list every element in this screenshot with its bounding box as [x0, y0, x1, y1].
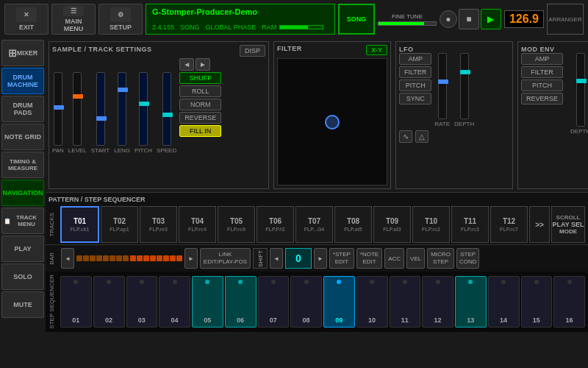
top-bar: ✕ EXIT ☰ MAIN MENU ⚙ SETUP G-Stomper-Pro…	[0, 0, 588, 38]
track-menu-button[interactable]: 📋 TRACK MENU	[1, 208, 44, 234]
step-pad-11[interactable]: 11	[390, 276, 421, 328]
arrow-left-button[interactable]: ◄	[179, 58, 194, 71]
note-grid-button[interactable]: NOTE GRID	[1, 124, 44, 150]
lfo-filter-button[interactable]: FILTER	[399, 66, 431, 78]
track-t06[interactable]: T06 FLP.F#2	[257, 206, 294, 243]
fill-in-button[interactable]: FILL IN	[179, 125, 221, 137]
top-section: SAMPLE / TRACK SETTINGS DISP PAN	[46, 38, 588, 193]
track-t01[interactable]: T01 FLP.ck1	[60, 206, 99, 243]
sliders-row: PAN LEVEL START	[52, 58, 176, 154]
step-pad-14[interactable]: 14	[488, 276, 520, 328]
ram-progress	[279, 25, 323, 29]
arrow-right-button[interactable]: ►	[196, 58, 210, 71]
song-display: G-Stomper-Producer-Demo 2.4.155 SONG GLO…	[146, 4, 335, 35]
track-t12[interactable]: T12 FLP.rc7	[490, 206, 528, 243]
solo-button[interactable]: SOLO	[1, 263, 44, 290]
step-pad-10[interactable]: 10	[356, 276, 388, 328]
fine-tune-bar	[378, 21, 437, 26]
mod-reverse-button[interactable]: REVERSE	[521, 93, 563, 105]
norm-button[interactable]: NORM	[179, 99, 221, 110]
lfo-pitch-button[interactable]: PITCH	[399, 79, 431, 91]
lfo-amp-button[interactable]: AMP	[399, 53, 431, 65]
bar-next-button[interactable]: ►	[184, 248, 198, 269]
step-prev-button[interactable]: ◄	[270, 248, 283, 269]
step-pad-06[interactable]: 06	[225, 276, 257, 328]
pan-slider: PAN	[52, 72, 64, 154]
step-pad-02[interactable]: 02	[93, 276, 125, 328]
bpm-display[interactable]: 126.9	[504, 10, 544, 28]
song-title: G-Stomper-Producer-Demo	[152, 7, 329, 16]
wave-selector: ∿ △	[399, 130, 509, 143]
mixer-button[interactable]: ⊞ MIXER	[1, 40, 44, 66]
drum-machine-button[interactable]: DRUM MACHINE	[1, 68, 44, 94]
drum-pads-button[interactable]: DRUM PADS	[1, 96, 44, 122]
track-t05[interactable]: T05 FLP.rc9	[218, 206, 255, 243]
acc-button[interactable]: ACC	[384, 248, 404, 269]
play-button[interactable]: ▶	[481, 9, 501, 29]
play-sel-label: PLAY SEL	[552, 221, 584, 228]
step-controls: BAR ◄ ► LINKEDIT/PLAY-POS SHIFT ◄ 0 ►	[46, 245, 588, 272]
roll-button[interactable]: ROLL	[179, 85, 221, 97]
main-menu-button[interactable]: ☰ MAIN MENU	[51, 4, 96, 35]
step-pad-16[interactable]: 16	[553, 276, 585, 328]
shift-button[interactable]: SHIFT	[253, 248, 268, 269]
lfo-section: LFO AMP FILTER PITCH SYNC RATE	[395, 41, 513, 189]
link-edit-button[interactable]: LINKEDIT/PLAY-POS	[200, 248, 251, 269]
step-next-button[interactable]: ►	[314, 248, 327, 269]
stop-button[interactable]: ■	[459, 9, 479, 29]
mod-pitch-button[interactable]: PITCH	[521, 79, 563, 91]
mod-filter-button[interactable]: FILTER	[521, 66, 563, 78]
step-pads: STEP SEQUENCER 01 02 03 04 05 06 0	[46, 272, 588, 332]
song-button[interactable]: SONG	[338, 4, 375, 35]
step-pad-04[interactable]: 04	[159, 276, 190, 328]
vel-button[interactable]: VEL	[406, 248, 425, 269]
lfo-sync-button[interactable]: SYNC	[399, 93, 431, 105]
track-t08[interactable]: T08 FLP.at5	[334, 206, 372, 243]
filter-dot	[325, 115, 340, 130]
micro-step-button[interactable]: MICROSTEP	[427, 248, 454, 269]
exit-icon: ✕	[16, 7, 37, 22]
arranger-button[interactable]: ARRANGER	[547, 4, 584, 35]
step-pad-12[interactable]: 12	[422, 276, 453, 328]
play-sidebar-button[interactable]: PLAY	[1, 236, 44, 262]
reverse-button[interactable]: REVERSE	[179, 112, 221, 124]
wave-sine-button[interactable]: ∿	[399, 130, 412, 143]
bar-prev-button[interactable]: ◄	[61, 248, 74, 269]
step-cond-button[interactable]: STEPCOND	[456, 248, 480, 269]
exit-button[interactable]: ✕ EXIT	[4, 4, 49, 35]
xy-button[interactable]: X-Y	[366, 45, 387, 55]
step-pad-05[interactable]: 05	[192, 276, 223, 328]
mute-button[interactable]: MUTE	[1, 291, 44, 318]
record-button[interactable]: ●	[440, 10, 457, 28]
step-pad-15[interactable]: 15	[521, 276, 553, 328]
step-pad-09[interactable]: 09	[323, 276, 355, 328]
step-pad-label: STEP SEQUENCER	[49, 275, 59, 329]
track-t04[interactable]: T04 FLP.rc4	[179, 206, 216, 243]
step-pad-07[interactable]: 07	[258, 276, 290, 328]
filter-pad[interactable]	[277, 58, 387, 185]
step-pad-13[interactable]: 13	[455, 276, 487, 328]
track-t07[interactable]: T07 FLP...G4	[295, 206, 333, 243]
note-edit-button[interactable]: *NOTEEDIT	[356, 248, 382, 269]
disp-button[interactable]: DISP	[240, 45, 265, 57]
step-pad-03[interactable]: 03	[126, 276, 158, 328]
shuff-button[interactable]: SHUFF	[179, 72, 221, 84]
step-edit-button[interactable]: *STEPEDIT	[329, 248, 354, 269]
mod-amp-button[interactable]: AMP	[521, 53, 563, 65]
timing-button[interactable]: TIMING & MEASURE	[1, 152, 44, 178]
track-t02[interactable]: T02 FLP.ap1	[101, 206, 138, 243]
step-pad-08[interactable]: 08	[290, 276, 322, 328]
wave-triangle-button[interactable]: △	[415, 130, 429, 143]
track-t11[interactable]: T11 FLP.rc3	[451, 206, 489, 243]
bar-indicators	[76, 251, 182, 266]
navigation-button[interactable]: NAVIGATION	[1, 180, 44, 206]
tracks-label: TRACKS	[49, 213, 59, 236]
track-t03[interactable]: T03 FLP.re3	[140, 206, 177, 243]
track-t10[interactable]: T10 FLP.rc2	[412, 206, 450, 243]
track-next[interactable]: >>	[529, 206, 550, 243]
start-slider: START	[91, 72, 110, 154]
track-t09[interactable]: T09 FLP.at3	[373, 206, 411, 243]
step-pad-01[interactable]: 01	[60, 276, 92, 328]
setup-button[interactable]: ⚙ SETUP	[98, 4, 143, 35]
play-sel-button[interactable]: SCROLL PLAY SEL MODE	[551, 206, 585, 243]
